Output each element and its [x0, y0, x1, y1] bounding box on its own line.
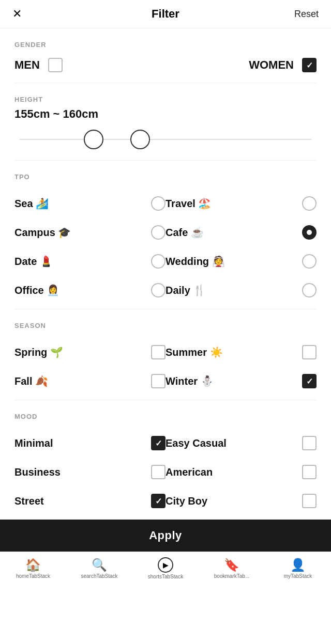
- winter-checkbox[interactable]: [302, 374, 317, 388]
- season-item-summer: Summer ☀️: [166, 338, 317, 367]
- tpo-radio-cafe[interactable]: [302, 225, 317, 240]
- mood-label-easy-casual: Easy Casual: [166, 437, 227, 449]
- easy-casual-checkbox[interactable]: [302, 436, 317, 450]
- apply-button[interactable]: Apply: [149, 529, 182, 542]
- season-item-fall: Fall 🍂: [14, 367, 166, 396]
- page-title: Filter: [152, 7, 179, 21]
- season-label-spring: Spring 🌱: [14, 346, 63, 358]
- mood-item-minimal: Minimal: [14, 429, 166, 458]
- mood-item-business: Business: [14, 458, 166, 486]
- women-checkbox[interactable]: [302, 58, 317, 72]
- shorts-label: shortsTabStack: [148, 574, 183, 579]
- tpo-radio-travel[interactable]: [302, 196, 317, 211]
- gender-section-label: GENDER: [0, 28, 331, 53]
- gender-men-item: MEN: [14, 58, 166, 72]
- height-section: 155cm ~ 160cm: [0, 107, 331, 160]
- mood-item-easy-casual: Easy Casual: [166, 429, 317, 458]
- women-label: WOMEN: [249, 58, 294, 72]
- tpo-label-travel: Travel 🏖️: [166, 197, 211, 210]
- reset-button[interactable]: Reset: [294, 9, 319, 20]
- slider-track: [20, 139, 311, 140]
- mood-item-street: Street: [14, 486, 166, 515]
- tpo-item-travel: Travel 🏖️: [166, 189, 317, 218]
- bottom-nav: 🏠 homeTabStack 🔍 searchTabStack ▶ shorts…: [0, 552, 331, 584]
- season-item-winter: Winter ⛄: [166, 367, 317, 396]
- mood-item-american: American: [166, 458, 317, 486]
- apply-bar: Apply: [0, 520, 331, 552]
- slider-handle-right[interactable]: [130, 130, 150, 149]
- season-label-winter: Winter ⛄: [166, 375, 214, 387]
- mood-item-city-boy: City Boy: [166, 486, 317, 515]
- tpo-label-date: Date 💄: [14, 255, 53, 268]
- city-boy-checkbox[interactable]: [302, 494, 317, 508]
- search-icon: 🔍: [92, 558, 107, 572]
- nav-item-home[interactable]: 🏠 homeTabStack: [0, 558, 66, 579]
- street-checkbox[interactable]: [151, 494, 166, 508]
- bookmark-icon: 🔖: [224, 558, 239, 572]
- my-label: myTabStack: [284, 573, 312, 579]
- nav-item-my[interactable]: 👤 myTabStack: [265, 558, 331, 579]
- nav-item-shorts[interactable]: ▶ shortsTabStack: [132, 557, 199, 579]
- bookmark-label: bookmarkTab...: [214, 573, 249, 579]
- my-icon: 👤: [290, 558, 306, 572]
- tpo-radio-date[interactable]: [151, 254, 166, 269]
- tpo-label-cafe: Cafe ☕: [166, 226, 204, 239]
- minimal-checkbox[interactable]: [151, 436, 166, 450]
- tpo-item-sea: Sea 🏄: [14, 189, 166, 218]
- search-label: searchTabStack: [81, 573, 117, 579]
- men-label: MEN: [14, 58, 40, 72]
- tpo-radio-wedding[interactable]: [302, 254, 317, 269]
- close-button[interactable]: ✕: [12, 8, 22, 20]
- gender-row: MEN WOMEN: [0, 53, 331, 83]
- slider-handle-left[interactable]: [84, 130, 103, 149]
- mood-section-label: MOOD: [0, 400, 331, 425]
- season-grid: Spring 🌱 Summer ☀️ Fall 🍂 Winter ⛄: [0, 334, 331, 400]
- height-section-label: HEIGHT: [0, 83, 331, 107]
- nav-item-search[interactable]: 🔍 searchTabStack: [66, 558, 132, 579]
- mood-grid: Minimal Easy Casual Business American St…: [0, 425, 331, 520]
- mood-label-minimal: Minimal: [14, 437, 53, 449]
- tpo-radio-sea[interactable]: [151, 196, 166, 211]
- tpo-grid: Sea 🏄 Travel 🏖️ Campus 🎓 Cafe ☕ Date 💄 W…: [0, 185, 331, 309]
- tpo-radio-office[interactable]: [151, 283, 166, 297]
- mood-label-business: Business: [14, 466, 61, 478]
- tpo-item-date: Date 💄: [14, 247, 166, 276]
- tpo-label-campus: Campus 🎓: [14, 226, 71, 239]
- american-checkbox[interactable]: [302, 465, 317, 479]
- nav-item-bookmark[interactable]: 🔖 bookmarkTab...: [199, 558, 265, 579]
- men-checkbox[interactable]: [48, 58, 63, 72]
- tpo-label-wedding: Wedding 👰: [166, 255, 225, 268]
- tpo-radio-campus[interactable]: [151, 225, 166, 240]
- tpo-item-cafe: Cafe ☕: [166, 218, 317, 247]
- home-label: homeTabStack: [16, 573, 50, 579]
- mood-label-american: American: [166, 466, 213, 478]
- tpo-label-office: Office 👩‍💼: [14, 284, 59, 296]
- fall-checkbox[interactable]: [151, 374, 166, 388]
- season-label-fall: Fall 🍂: [14, 375, 48, 387]
- mood-label-street: Street: [14, 495, 44, 507]
- season-section-label: SEASON: [0, 309, 331, 334]
- tpo-section-label: TPO: [0, 161, 331, 185]
- tpo-label-daily: Daily 🍴: [166, 284, 206, 296]
- tpo-item-daily: Daily 🍴: [166, 276, 317, 305]
- tpo-label-sea: Sea 🏄: [14, 197, 49, 210]
- tpo-item-office: Office 👩‍💼: [14, 276, 166, 305]
- summer-checkbox[interactable]: [302, 345, 317, 359]
- tpo-radio-daily[interactable]: [302, 283, 317, 297]
- home-icon: 🏠: [25, 558, 41, 572]
- business-checkbox[interactable]: [151, 465, 166, 479]
- height-value: 155cm ~ 160cm: [14, 107, 317, 121]
- spring-checkbox[interactable]: [151, 345, 166, 359]
- height-slider[interactable]: [20, 129, 311, 150]
- mood-label-city-boy: City Boy: [166, 495, 207, 507]
- season-item-spring: Spring 🌱: [14, 338, 166, 367]
- tpo-item-campus: Campus 🎓: [14, 218, 166, 247]
- tpo-item-wedding: Wedding 👰: [166, 247, 317, 276]
- header: ✕ Filter Reset: [0, 0, 331, 28]
- gender-women-item: WOMEN: [166, 58, 317, 72]
- season-label-summer: Summer ☀️: [166, 346, 223, 358]
- shorts-icon: ▶: [158, 557, 173, 573]
